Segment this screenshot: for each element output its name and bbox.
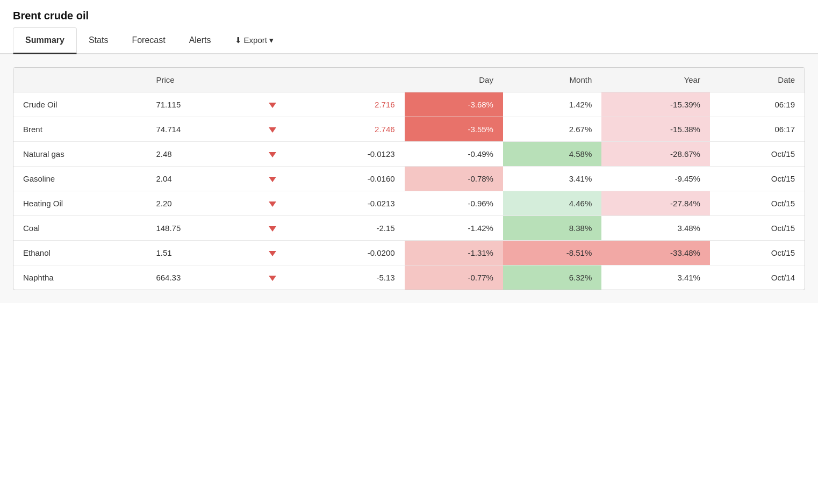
cell-day: -1.42% xyxy=(405,216,503,241)
table-row[interactable]: Natural gas2.48-0.0123-0.49%4.58%-28.67%… xyxy=(13,142,805,167)
export-label: Export xyxy=(244,35,267,45)
tab-export[interactable]: ⬇ Export ▾ xyxy=(223,27,285,54)
cell-day: -0.78% xyxy=(405,167,503,191)
cell-day: -3.68% xyxy=(405,92,503,117)
page-title: Brent crude oil xyxy=(13,10,805,22)
table-row[interactable]: Brent74.7142.746-3.55%2.67%-15.38%06:17 xyxy=(13,117,805,142)
cell-change-abs: -0.0123 xyxy=(302,142,405,167)
table-row[interactable]: Ethanol1.51-0.0200-1.31%-8.51%-33.48%Oct… xyxy=(13,241,805,265)
cell-year: -15.39% xyxy=(601,92,710,117)
cell-arrow xyxy=(243,191,302,216)
cell-year: -9.45% xyxy=(601,167,710,191)
col-header-month: Month xyxy=(503,68,601,92)
cell-day: -1.31% xyxy=(405,241,503,265)
cell-price: 74.714 xyxy=(146,117,243,142)
arrow-down-icon xyxy=(269,276,276,281)
cell-arrow xyxy=(243,142,302,167)
cell-name: Natural gas xyxy=(13,142,146,167)
arrow-down-icon xyxy=(269,201,276,207)
cell-name: Brent xyxy=(13,117,146,142)
arrow-down-icon xyxy=(269,127,276,133)
table-row[interactable]: Naphtha664.33-5.13-0.77%6.32%3.41%Oct/14 xyxy=(13,265,805,290)
cell-arrow xyxy=(243,216,302,241)
tab-stats[interactable]: Stats xyxy=(77,27,120,54)
cell-name: Coal xyxy=(13,216,146,241)
cell-arrow xyxy=(243,241,302,265)
export-icon: ⬇ xyxy=(235,35,242,45)
cell-change-abs: 2.746 xyxy=(302,117,405,142)
cell-date: Oct/15 xyxy=(710,191,805,216)
cell-month: 4.58% xyxy=(503,142,601,167)
col-header-change xyxy=(302,68,405,92)
cell-month: 3.41% xyxy=(503,167,601,191)
col-header-name xyxy=(13,68,146,92)
tabs-bar: Summary Stats Forecast Alerts ⬇ Export ▾ xyxy=(0,27,818,54)
cell-year: -15.38% xyxy=(601,117,710,142)
arrow-down-icon xyxy=(269,152,276,157)
cell-change-abs: -2.15 xyxy=(302,216,405,241)
table-row[interactable]: Coal148.75-2.15-1.42%8.38%3.48%Oct/15 xyxy=(13,216,805,241)
cell-price: 148.75 xyxy=(146,216,243,241)
cell-name: Naphtha xyxy=(13,265,146,290)
cell-arrow xyxy=(243,92,302,117)
cell-change-abs: -0.0213 xyxy=(302,191,405,216)
cell-day: -0.77% xyxy=(405,265,503,290)
cell-day: -3.55% xyxy=(405,117,503,142)
cell-name: Heating Oil xyxy=(13,191,146,216)
col-header-price: Price xyxy=(146,68,243,92)
cell-name: Gasoline xyxy=(13,167,146,191)
cell-price: 664.33 xyxy=(146,265,243,290)
cell-price: 2.48 xyxy=(146,142,243,167)
arrow-down-icon xyxy=(269,103,276,108)
col-header-day: Day xyxy=(405,68,503,92)
tab-forecast[interactable]: Forecast xyxy=(120,27,177,54)
commodities-table-container: Price Day Month Year Date Crude Oil71.11… xyxy=(13,67,805,290)
cell-year: -27.84% xyxy=(601,191,710,216)
table-row[interactable]: Gasoline2.04-0.0160-0.78%3.41%-9.45%Oct/… xyxy=(13,167,805,191)
cell-change-abs: -5.13 xyxy=(302,265,405,290)
table-row[interactable]: Heating Oil2.20-0.0213-0.96%4.46%-27.84%… xyxy=(13,191,805,216)
cell-month: 4.46% xyxy=(503,191,601,216)
cell-month: 1.42% xyxy=(503,92,601,117)
cell-price: 71.115 xyxy=(146,92,243,117)
arrow-down-icon xyxy=(269,251,276,256)
cell-arrow xyxy=(243,167,302,191)
col-header-arrow xyxy=(243,68,302,92)
cell-day: -0.49% xyxy=(405,142,503,167)
col-header-year: Year xyxy=(601,68,710,92)
cell-date: Oct/15 xyxy=(710,216,805,241)
content-area: Price Day Month Year Date Crude Oil71.11… xyxy=(0,54,818,303)
cell-year: -28.67% xyxy=(601,142,710,167)
cell-year: -33.48% xyxy=(601,241,710,265)
cell-month: 6.32% xyxy=(503,265,601,290)
cell-name: Ethanol xyxy=(13,241,146,265)
cell-date: Oct/15 xyxy=(710,142,805,167)
cell-day: -0.96% xyxy=(405,191,503,216)
cell-year: 3.41% xyxy=(601,265,710,290)
cell-month: 8.38% xyxy=(503,216,601,241)
cell-price: 2.04 xyxy=(146,167,243,191)
tab-alerts[interactable]: Alerts xyxy=(177,27,223,54)
tab-summary[interactable]: Summary xyxy=(13,27,77,54)
cell-month: 2.67% xyxy=(503,117,601,142)
col-header-date: Date xyxy=(710,68,805,92)
cell-date: 06:19 xyxy=(710,92,805,117)
table-row[interactable]: Crude Oil71.1152.716-3.68%1.42%-15.39%06… xyxy=(13,92,805,117)
cell-price: 1.51 xyxy=(146,241,243,265)
arrow-down-icon xyxy=(269,226,276,232)
cell-arrow xyxy=(243,265,302,290)
commodities-table: Price Day Month Year Date Crude Oil71.11… xyxy=(13,68,805,290)
table-header-row: Price Day Month Year Date xyxy=(13,68,805,92)
cell-arrow xyxy=(243,117,302,142)
dropdown-icon: ▾ xyxy=(269,35,274,45)
cell-month: -8.51% xyxy=(503,241,601,265)
cell-price: 2.20 xyxy=(146,191,243,216)
cell-change-abs: -0.0160 xyxy=(302,167,405,191)
arrow-down-icon xyxy=(269,177,276,182)
cell-name: Crude Oil xyxy=(13,92,146,117)
cell-year: 3.48% xyxy=(601,216,710,241)
cell-date: 06:17 xyxy=(710,117,805,142)
cell-change-abs: -0.0200 xyxy=(302,241,405,265)
cell-date: Oct/15 xyxy=(710,241,805,265)
cell-date: Oct/14 xyxy=(710,265,805,290)
